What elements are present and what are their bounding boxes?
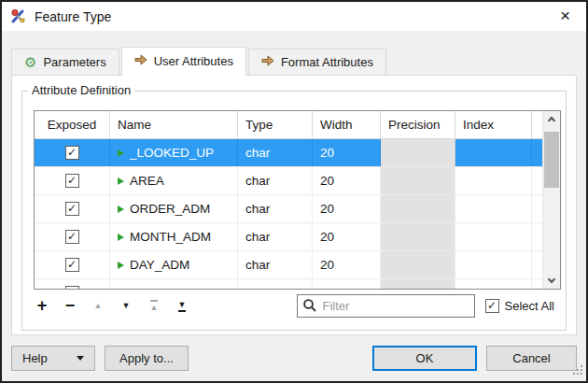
attribute-name: ORDER_ADM	[130, 202, 210, 216]
table-row[interactable]: ✓MONTH_ADMchar20	[35, 223, 542, 251]
cell-type[interactable]: char	[238, 279, 313, 289]
cell-name[interactable]: DAY_ADM	[110, 251, 238, 278]
feature-type-dialog: Feature Type × ⚙ParametersUser Attribute…	[0, 0, 588, 383]
select-all-checkbox[interactable]: ✓	[485, 299, 499, 313]
table-row[interactable]: ✓AREAchar20	[35, 167, 542, 195]
cell-width[interactable]: 20	[313, 251, 381, 278]
table-row[interactable]: ✓DAY_ADMchar20	[35, 251, 542, 279]
attribute-marker-icon	[118, 177, 124, 185]
scrollbar-thumb[interactable]	[544, 132, 559, 188]
table-row[interactable]: ✓YEAR_ADMchar20	[35, 279, 542, 289]
exposed-checkbox[interactable]: ✓	[65, 258, 79, 272]
apply-to-button[interactable]: Apply to...	[105, 346, 189, 371]
exposed-checkbox[interactable]: ✓	[65, 202, 79, 216]
footer-bar: Help Apply to... OK Cancel	[2, 346, 586, 371]
cancel-button[interactable]: Cancel	[486, 346, 577, 371]
triangle-down-icon: ▼	[122, 301, 131, 310]
scroll-down-arrow[interactable]	[543, 273, 560, 289]
cell-name[interactable]: _LOOKED_UP	[110, 139, 238, 166]
cell-name[interactable]: AREA	[110, 167, 238, 194]
cell-precision	[381, 139, 455, 166]
add-attribute-button[interactable]: +	[32, 294, 52, 317]
cell-name[interactable]: MONTH_ADM	[110, 223, 238, 250]
tab-label: Format Attributes	[281, 55, 373, 69]
cell-exposed[interactable]: ✓	[35, 139, 110, 166]
row-edit-tools: +−▲▼▲▼	[32, 294, 192, 317]
cell-index[interactable]	[455, 167, 532, 194]
exposed-checkbox[interactable]: ✓	[65, 146, 79, 160]
attribute-definition-group: Attribute Definition ExposedNameTypeWidt…	[21, 91, 567, 331]
attribute-name: DAY_ADM	[130, 258, 189, 272]
cell-type[interactable]: char	[238, 223, 313, 250]
exposed-checkbox[interactable]: ✓	[65, 286, 79, 289]
plus-icon: +	[37, 296, 48, 315]
vertical-scrollbar[interactable]	[542, 111, 560, 289]
move-to-top-button[interactable]: ▲	[144, 294, 164, 317]
cell-exposed[interactable]: ✓	[35, 167, 110, 194]
attribute-name: YEAR_ADM	[130, 286, 199, 289]
cell-exposed[interactable]: ✓	[35, 279, 110, 289]
cell-index[interactable]	[455, 195, 532, 222]
exposed-checkbox[interactable]: ✓	[65, 174, 79, 188]
remove-attribute-button[interactable]: −	[60, 294, 80, 317]
filter-input[interactable]	[297, 294, 475, 318]
cell-name[interactable]: ORDER_ADM	[110, 195, 238, 222]
cell-filler	[532, 195, 542, 222]
scroll-up-arrow[interactable]	[543, 111, 560, 127]
move-up-button[interactable]: ▲	[88, 294, 108, 317]
cell-index[interactable]	[455, 251, 532, 278]
cell-width[interactable]: 20	[313, 167, 381, 194]
cell-precision	[381, 167, 455, 194]
cell-name[interactable]: YEAR_ADM	[110, 279, 238, 289]
ok-button[interactable]: OK	[372, 346, 477, 371]
select-all-control[interactable]: ✓ Select All	[485, 299, 554, 313]
attribute-marker-icon	[118, 234, 124, 241]
cell-type[interactable]: char	[238, 139, 313, 166]
title-bar[interactable]: Feature Type ×	[2, 2, 586, 31]
cell-type[interactable]: char	[238, 251, 313, 278]
cell-width[interactable]: 20	[313, 195, 381, 222]
help-button[interactable]: Help	[11, 346, 95, 371]
cell-index[interactable]	[455, 139, 532, 166]
cell-index[interactable]	[455, 223, 532, 250]
chevron-down-icon	[548, 276, 555, 283]
user-attributes-panel: Attribute Definition ExposedNameTypeWidt…	[11, 75, 577, 335]
chevron-up-icon	[548, 117, 555, 124]
table-header: ExposedNameTypeWidthPrecisionIndex	[35, 111, 542, 139]
tab-format-attributes[interactable]: Format Attributes	[248, 49, 386, 75]
window-title: Feature Type	[35, 9, 111, 24]
cell-width[interactable]: 20	[313, 279, 381, 289]
cell-precision	[381, 279, 455, 289]
resize-grip-icon[interactable]	[573, 364, 583, 378]
column-header-precision[interactable]: Precision	[381, 111, 455, 138]
cell-index[interactable]	[455, 279, 532, 289]
column-header-name[interactable]: Name	[110, 111, 238, 138]
cell-type[interactable]: char	[238, 167, 313, 194]
cell-type[interactable]: char	[238, 195, 313, 222]
column-header-index[interactable]: Index	[455, 111, 532, 138]
column-header-exposed[interactable]: Exposed	[35, 111, 110, 138]
cell-width[interactable]: 20	[313, 139, 381, 166]
tab-user-attributes[interactable]: User Attributes	[121, 47, 246, 76]
tab-parameters[interactable]: ⚙Parameters	[11, 49, 119, 75]
column-header-type[interactable]: Type	[238, 111, 313, 138]
table-row[interactable]: ✓ORDER_ADMchar20	[35, 195, 542, 223]
help-label: Help	[22, 351, 48, 365]
select-all-label: Select All	[505, 299, 554, 313]
cell-exposed[interactable]: ✓	[35, 223, 110, 250]
cell-precision	[381, 195, 455, 222]
move-to-bottom-button[interactable]: ▼	[172, 294, 192, 317]
exposed-checkbox[interactable]: ✓	[65, 230, 79, 244]
cell-width[interactable]: 20	[313, 223, 381, 250]
help-dropdown-icon	[77, 356, 84, 361]
cell-exposed[interactable]: ✓	[35, 195, 110, 222]
cell-exposed[interactable]: ✓	[35, 251, 110, 278]
table-body: ✓_LOOKED_UPchar20✓AREAchar20✓ORDER_ADMch…	[35, 139, 542, 289]
column-header-width[interactable]: Width	[313, 111, 381, 138]
triangle-down-icon: ▼	[178, 300, 187, 312]
table-row[interactable]: ✓_LOOKED_UPchar20	[35, 139, 542, 167]
move-down-button[interactable]: ▼	[116, 294, 136, 317]
attribute-name: MONTH_ADM	[130, 230, 211, 244]
search-icon	[302, 298, 317, 313]
close-button[interactable]: ×	[544, 2, 586, 31]
